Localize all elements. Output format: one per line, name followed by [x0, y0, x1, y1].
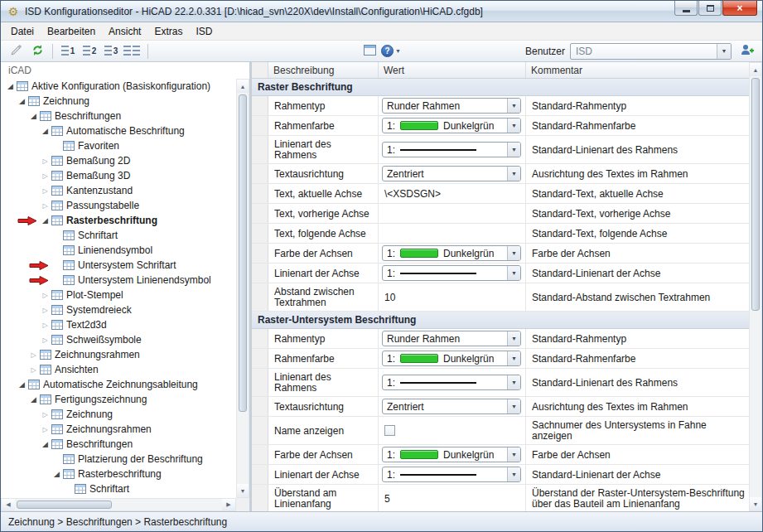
menu-extras[interactable]: Extras	[147, 23, 189, 40]
edit-button[interactable]	[6, 42, 26, 60]
tree-item[interactable]: Schriftart	[1, 481, 236, 496]
expand-level-2-button[interactable]: 2	[80, 42, 99, 60]
tree-item[interactable]: Schriftart	[1, 228, 236, 243]
benutzer-combo[interactable]: ISD ▼	[570, 43, 732, 60]
expander-icon[interactable]: ◢	[17, 97, 27, 105]
tree-item[interactable]: ▷Plot-Stempel	[1, 288, 236, 302]
scrollbar-thumb[interactable]	[17, 501, 112, 509]
chevron-down-icon[interactable]: ▼	[507, 375, 520, 389]
tree-item[interactable]: ▷Schweißsymbole	[1, 332, 236, 347]
table-vertical-scrollbar[interactable]: ▲ ▼	[749, 62, 762, 511]
expander-icon[interactable]: ▷	[40, 426, 51, 433]
tree-item[interactable]: ▷Text2d3d	[1, 317, 236, 332]
maximize-button[interactable]	[698, 1, 722, 16]
tree-item[interactable]: ◢Zeichnung	[1, 94, 236, 109]
chevron-down-icon[interactable]: ▼	[507, 143, 520, 157]
chevron-down-icon[interactable]: ▼	[507, 399, 520, 414]
scroll-up-icon[interactable]: ▲	[237, 80, 249, 93]
expander-icon[interactable]: ◢	[51, 470, 62, 478]
expander-icon[interactable]: ◢	[40, 216, 51, 225]
expander-icon[interactable]: ▷	[40, 307, 51, 314]
expander-icon[interactable]: ▷	[40, 172, 51, 180]
scrollbar-thumb[interactable]	[751, 78, 760, 311]
tree-item[interactable]: Untersystem Schriftart	[1, 258, 236, 273]
value-dropdown[interactable]: Runder Rahmen▼	[382, 98, 521, 114]
expander-icon[interactable]: ▷	[40, 187, 51, 195]
scrollbar-thumb[interactable]	[239, 94, 247, 412]
expander-icon[interactable]: ◢	[28, 112, 39, 120]
tree-item[interactable]: ▷Bemaßung 2D	[1, 153, 236, 168]
help-button[interactable]: ? ▼	[381, 42, 401, 60]
tree-item[interactable]: Favoriten	[1, 138, 236, 153]
tree-item[interactable]: ◢Beschriftungen	[1, 109, 236, 123]
close-button[interactable]: ×	[722, 1, 757, 16]
tree-horizontal-scrollbar[interactable]: ◀ ▶	[1, 498, 236, 511]
chevron-down-icon[interactable]: ▼	[507, 351, 520, 365]
tree-item[interactable]: ◢Fertigungszeichnung	[1, 392, 236, 407]
tree-item[interactable]: ▷Passungstabelle	[1, 198, 236, 213]
tree-item[interactable]: ▷Zeichnung	[1, 407, 236, 422]
tree-item[interactable]: ▷Ansichten	[1, 362, 236, 377]
tree-item[interactable]: Linienendsymbol	[1, 243, 236, 258]
tree-item[interactable]: ◢Aktive Konfiguration (Basiskonfiguratio…	[1, 79, 236, 94]
value-dropdown[interactable]: 1:▼	[382, 265, 521, 281]
tree-item[interactable]: ◢Automatische Zeichnungsableitung	[1, 377, 236, 392]
chevron-down-icon[interactable]: ▼	[507, 246, 520, 260]
tree-item[interactable]: Untersystem Linienendsymbol	[1, 273, 236, 288]
expander-icon[interactable]: ▷	[28, 351, 39, 359]
tree-item[interactable]: ▷Zeichnungsrahmen	[1, 422, 236, 437]
tree-item[interactable]: ▷Systemdreieck	[1, 302, 236, 317]
menu-datei[interactable]: Datei	[4, 23, 41, 40]
tree-item[interactable]: ◢Rasterbeschriftung	[1, 467, 236, 481]
chevron-down-icon[interactable]: ▼	[507, 331, 520, 346]
expander-icon[interactable]: ◢	[17, 380, 27, 389]
chevron-down-icon[interactable]: ▼	[507, 447, 520, 462]
tree-item[interactable]: ◢Automatische Beschriftung	[1, 123, 236, 138]
value-checkbox[interactable]	[384, 425, 395, 436]
scroll-down-icon[interactable]: ▼	[237, 484, 249, 497]
tree-item[interactable]: ▷Kantenzustand	[1, 183, 236, 198]
value-text[interactable]: 5	[382, 493, 390, 505]
value-dropdown[interactable]: Runder Rahmen▼	[382, 331, 521, 346]
menu-isd[interactable]: ISD	[189, 23, 219, 40]
expander-icon[interactable]: ▷	[40, 336, 51, 344]
tree-item[interactable]: ◢Rasterbeschriftung	[1, 213, 236, 228]
value-dropdown[interactable]: 1:▼	[382, 467, 521, 482]
tree-item[interactable]: ▷Zeichnungsrahmen	[1, 347, 236, 362]
chevron-down-icon[interactable]: ▼	[507, 118, 520, 133]
expander-icon[interactable]: ▷	[28, 366, 39, 374]
expand-level-3-button[interactable]: 3	[101, 42, 121, 60]
value-dropdown[interactable]: Zentriert▼	[382, 166, 521, 181]
value-dropdown[interactable]: 1:Dunkelgrün▼	[382, 447, 521, 462]
expander-icon[interactable]: ▷	[40, 322, 51, 329]
chevron-down-icon[interactable]: ▼	[507, 167, 520, 181]
tree-item[interactable]: Platzierung der Beschriftung	[1, 452, 236, 467]
expander-icon[interactable]: ▷	[40, 202, 51, 210]
chevron-down-icon[interactable]: ▼	[717, 44, 731, 59]
chevron-down-icon[interactable]: ▼	[507, 99, 520, 113]
refresh-button[interactable]	[27, 42, 47, 60]
expand-level-1-button[interactable]: 1	[58, 42, 78, 60]
value-text[interactable]: 10	[382, 292, 395, 303]
minimize-button[interactable]	[674, 1, 698, 16]
scroll-right-icon[interactable]: ▶	[222, 499, 235, 510]
chevron-down-icon[interactable]: ▼	[507, 266, 520, 280]
tree-item[interactable]: ▷Bemaßung 3D	[1, 168, 236, 183]
expander-icon[interactable]: ◢	[28, 395, 39, 404]
tree-vertical-scrollbar[interactable]: ▲ ▼	[236, 79, 249, 498]
value-dropdown[interactable]: 1:Dunkelgrün▼	[382, 118, 521, 133]
value-dropdown[interactable]: 1:▼	[382, 375, 521, 390]
value-dropdown[interactable]: Zentriert▼	[382, 399, 521, 414]
expander-icon[interactable]: ◢	[40, 440, 51, 448]
apply-window-button[interactable]	[360, 42, 379, 60]
expander-icon[interactable]: ▷	[40, 292, 51, 299]
value-dropdown[interactable]: 1:Dunkelgrün▼	[382, 245, 521, 261]
menu-bearbeiten[interactable]: Bearbeiten	[41, 23, 102, 40]
tree-item[interactable]: ◢Beschriftungen	[1, 437, 236, 452]
chevron-down-icon[interactable]: ▼	[507, 467, 520, 481]
expander-icon[interactable]: ▷	[40, 411, 51, 418]
value-dropdown[interactable]: 1:▼	[382, 142, 521, 157]
expander-icon[interactable]: ▷	[40, 157, 51, 165]
scroll-left-icon[interactable]: ◀	[2, 499, 15, 510]
value-text[interactable]: \<XSDSGN>	[382, 188, 441, 200]
